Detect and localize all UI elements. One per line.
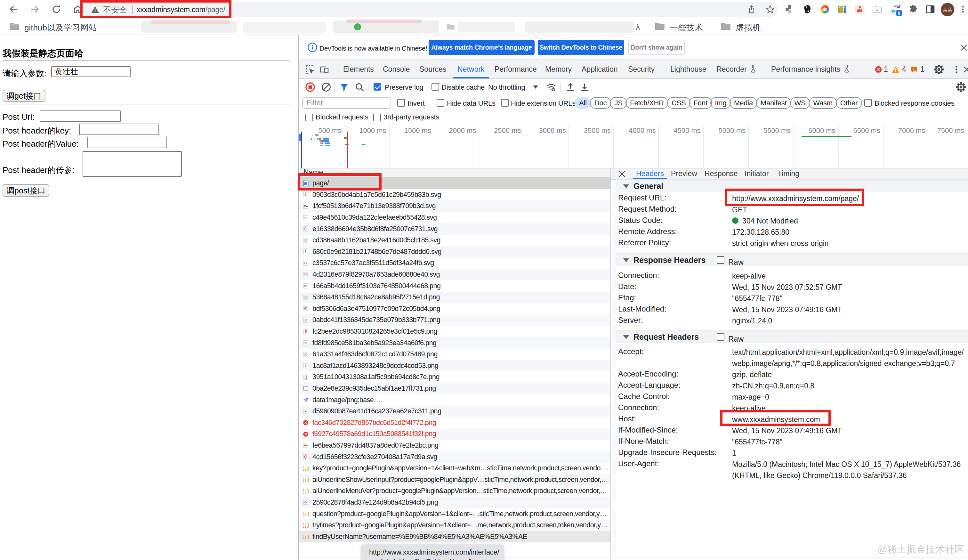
devtools-tab-performance-insights[interactable]: Performance insights [771,60,850,78]
export-har-icon[interactable] [579,82,590,92]
detail-tab-headers[interactable]: Headers [636,168,664,179]
devtools-tab-lighthouse[interactable]: Lighthouse [670,60,706,78]
devtools-close-icon[interactable] [961,65,968,75]
devtools-tab-recorder[interactable]: Recorder [716,60,757,78]
request-row[interactable]: fc2bee2dc9853010824265e3cf01e5c9.png [299,326,610,338]
filter-pill-fetch-xhr[interactable]: Fetch/XHR [625,97,668,109]
filter-pill-doc[interactable]: Doc [590,97,612,109]
network-settings-icon[interactable] [956,82,966,92]
filter-pill-ws[interactable]: WS [790,97,810,109]
error-count[interactable]: 1 [884,60,888,78]
hide-extension-urls-label[interactable]: Hide extension URLs [511,99,575,108]
request-row[interactable]: cd386aa8b1162ba18e2e416d0d5cb185.svg [299,235,610,246]
network-conditions-icon[interactable] [546,82,556,92]
bookmark-folder-tech[interactable]: 一些技术 [670,22,703,33]
detail-tab-initiator[interactable]: Initiator [744,168,769,179]
filter-pill-other[interactable]: Other [836,97,862,109]
devtools-tab-elements[interactable]: Elements [343,60,374,78]
detail-tab-timing[interactable]: Timing [777,168,799,179]
extension-evernote-icon[interactable] [802,4,812,15]
bookmark-folder-github[interactable]: github以及学习网站 [24,22,97,33]
reload-icon[interactable] [51,4,61,15]
invert-label[interactable]: Invert [408,99,425,108]
post-key-input[interactable] [79,124,159,135]
browser-menu-icon[interactable] [958,4,968,15]
request-row[interactable]: c3537c6c57e37ac3f5511d5df34a24fb.svg [299,257,610,269]
devtools-tab-application[interactable]: Application [582,60,618,78]
clear-icon[interactable] [321,82,331,92]
param-input[interactable] [51,66,131,77]
issues-count[interactable]: 1 [920,60,925,78]
raw-checkbox[interactable] [717,333,724,341]
forward-icon[interactable] [30,4,40,15]
detail-tab-response[interactable]: Response [704,168,738,179]
bookmark-star-icon[interactable] [765,4,775,15]
hide-data-urls-checkbox[interactable] [437,99,444,107]
filter-pill-js[interactable]: JS [610,97,627,109]
filter-pill-manifest[interactable]: Manifest [756,97,791,109]
share-icon[interactable] [746,4,757,15]
blocked-cookies-label[interactable]: Blocked response cookies [875,99,955,108]
request-row[interactable]: 3951a100431308a1af5c9bb694cd8c7e.png [299,371,610,383]
request-row[interactable]: 4cd15656f3223cfe3e270408a17a7d9a.svg [299,451,610,463]
raw-label[interactable]: Raw [728,333,744,345]
back-icon[interactable] [8,4,18,15]
devtools-tab-console[interactable]: Console [383,60,410,78]
raw-checkbox[interactable] [717,256,724,264]
detail-tab-preview[interactable]: Preview [671,168,697,179]
dont-show-again-button[interactable]: Don't show again [628,40,685,55]
console-error-icon[interactable] [875,66,882,73]
match-language-button[interactable]: Always match Chrome's language [429,40,535,55]
filter-pill-all[interactable]: All [575,97,591,109]
request-row[interactable]: f6927c49578a69d1c150a5088541f32f.png [299,428,610,440]
request-row[interactable]: 0ba2e8e239c935dec15abf1ae17ff731.png [299,383,610,394]
request-row[interactable]: 2590c2878f4ad37e124d9b8a42b94cf5.png [299,497,610,509]
request-row[interactable]: 0abdc41f1336845de735e079b333b771.png [299,315,610,326]
request-row[interactable]: data:image/png;base… [299,394,610,406]
search-icon[interactable] [354,82,365,92]
filter-pill-media[interactable]: Media [729,97,757,109]
infobar-close-icon[interactable] [959,43,968,53]
preserve-log-checkbox[interactable] [373,83,381,91]
request-row[interactable]: d596090b87ea41d16ca237ea62e7c311.png [299,406,610,417]
blocked-requests-checkbox[interactable] [305,114,313,121]
disclosure-triangle-icon[interactable] [623,184,629,188]
device-toolbar-icon[interactable] [319,65,330,75]
disable-cache-label[interactable]: Disable cache [441,83,485,91]
throttling-dropdown-arrow[interactable] [533,86,538,89]
inspect-icon[interactable] [305,65,315,75]
filter-pill-font[interactable]: Font [689,97,712,109]
request-row[interactable]: trytimes?product=googlePlugin&appVersion… [299,520,610,531]
throttling-select[interactable]: No throttling [488,83,525,91]
filter-pill-wasm[interactable]: Wasm [809,97,837,109]
section-header-response-headers[interactable]: Response HeadersRaw [616,253,968,266]
request-row[interactable]: question?product=googlePlugin&appVersion… [299,508,610,520]
section-header-request-headers[interactable]: Request HeadersRaw [616,330,968,343]
devtools-tab-performance[interactable]: Performance [495,60,537,78]
bookmark-folder-vm[interactable]: 虚拟机 [736,22,761,33]
get-button[interactable]: 调get接口 [3,89,45,102]
hide-data-urls-label[interactable]: Hide data URLs [447,99,496,108]
extensions-puzzle-icon[interactable] [908,4,918,15]
extension-books-icon[interactable] [837,4,847,15]
record-icon[interactable] [305,82,315,92]
devtools-tab-network[interactable]: Network [457,60,484,78]
request-row[interactable]: aiUnderlineShowUserInput?product=googleP… [299,474,610,485]
devtools-menu-icon[interactable] [951,65,961,75]
issues-icon[interactable] [910,66,917,73]
post-value-input[interactable] [88,137,167,148]
request-row[interactable]: e16338d6694e35b8d6f8fa25007c6731.svg [299,223,610,235]
filter-input[interactable] [302,97,391,109]
request-row[interactable]: key?product=googlePlugin&appVersion=1&cl… [299,463,610,474]
devtools-tab-sources[interactable]: Sources [419,60,446,78]
extension-sitemap-icon[interactable] [855,4,865,15]
post-body-textarea[interactable] [83,151,182,177]
warning-count[interactable]: 4 [902,60,906,78]
request-row[interactable]: findByUserName?username=%E9%BB%84%E5%A3%… [299,531,610,542]
extension-cube-icon[interactable] [784,4,794,15]
invert-checkbox[interactable] [397,99,405,107]
request-row[interactable]: 61a331a4f463d6cf0872c1cd7d075489.png [299,349,610,360]
extension-sync-icon[interactable]: 0 [889,4,900,15]
request-row[interactable]: c49e45610c39da122cfeefaeebd55428.svg [299,212,610,224]
filter-pill-css[interactable]: CSS [667,97,691,109]
